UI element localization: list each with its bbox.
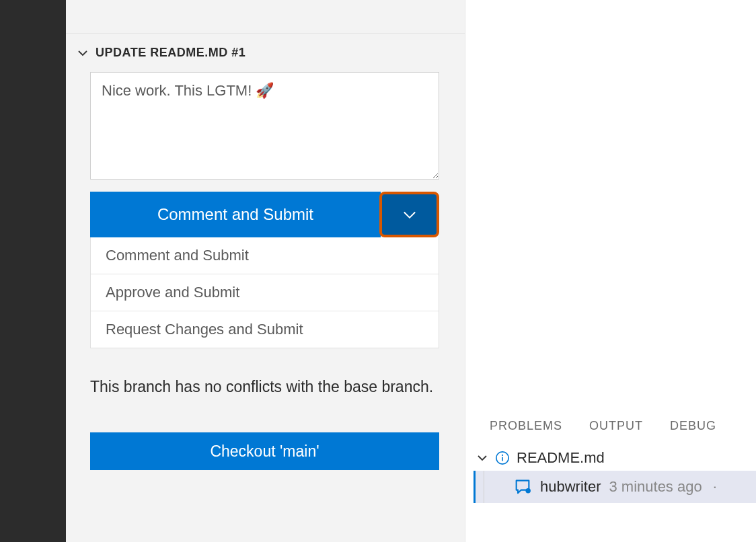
submit-dropdown-list: Comment and Submit Approve and Submit Re… — [90, 237, 439, 348]
pr-header[interactable]: UPDATE README.MD #1 — [66, 34, 465, 72]
bottom-panel: PROBLEMS OUTPUT DEBUG — [465, 411, 756, 542]
chevron-down-icon[interactable] — [476, 452, 488, 464]
chevron-down-icon — [400, 205, 419, 224]
review-comment-input[interactable] — [90, 72, 439, 180]
tab-debug[interactable]: DEBUG — [670, 419, 716, 433]
editor-area — [465, 0, 756, 411]
svg-point-1 — [502, 455, 503, 456]
tree-file-header[interactable]: README.md — [474, 445, 756, 471]
pr-body: Comment and Submit Comment and Submit Ap… — [66, 72, 465, 470]
comment-icon — [513, 477, 532, 496]
tab-output[interactable]: OUTPUT — [589, 419, 643, 433]
panel-top-spacer — [66, 0, 465, 34]
activity-bar — [0, 0, 66, 542]
pr-panel: UPDATE README.MD #1 Comment and Submit C… — [66, 0, 465, 542]
checkout-main-button[interactable]: Checkout 'main' — [90, 432, 439, 470]
right-panel: PROBLEMS OUTPUT DEBUG — [465, 0, 756, 542]
dropdown-option-request-changes-submit[interactable]: Request Changes and Submit — [91, 311, 439, 348]
submit-row: Comment and Submit — [90, 192, 439, 237]
submit-dropdown-button[interactable] — [379, 192, 439, 237]
comment-and-submit-button[interactable]: Comment and Submit — [90, 192, 381, 237]
bottom-tab-row: PROBLEMS OUTPUT DEBUG — [465, 411, 756, 442]
comment-user: hubwriter — [540, 478, 601, 496]
comment-time: 3 minutes ago — [609, 478, 702, 496]
pr-title: UPDATE README.MD #1 — [96, 46, 245, 60]
tree-file-name: README.md — [517, 449, 605, 467]
svg-point-3 — [525, 488, 530, 493]
tab-problems[interactable]: PROBLEMS — [490, 419, 562, 433]
dropdown-option-comment-submit[interactable]: Comment and Submit — [91, 237, 439, 274]
chevron-down-icon[interactable] — [77, 47, 89, 59]
comments-tree: README.md hubwriter 3 minutes ago · — [465, 442, 756, 503]
main-panel: UPDATE README.MD #1 Comment and Submit C… — [66, 0, 756, 542]
conflicts-status-text: This branch has no conflicts with the ba… — [90, 374, 439, 400]
info-icon — [495, 451, 510, 465]
dropdown-option-approve-submit[interactable]: Approve and Submit — [91, 274, 439, 311]
separator-dot: · — [713, 478, 717, 496]
tree-comment-item[interactable]: hubwriter 3 minutes ago · — [474, 471, 756, 503]
indent-guide — [484, 471, 484, 503]
